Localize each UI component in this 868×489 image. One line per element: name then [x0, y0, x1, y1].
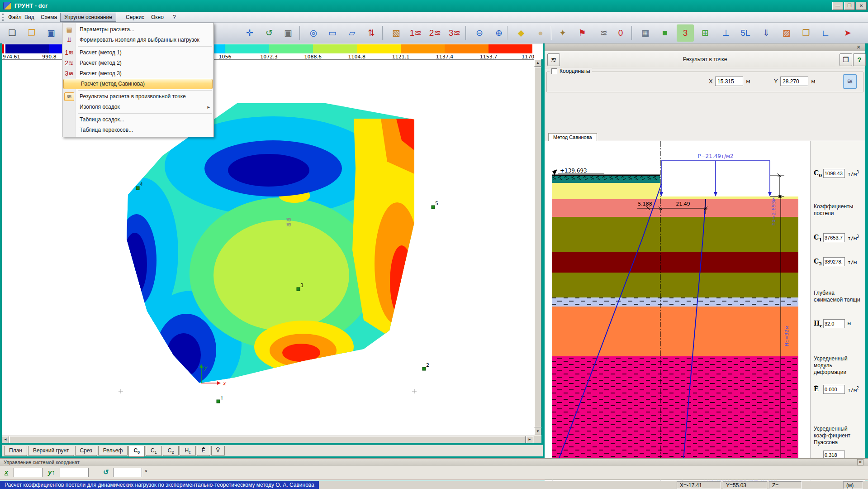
select-polygon-icon[interactable]: ▱: [343, 24, 360, 42]
menu-item-build-isofields[interactable]: ⇊ Формировать изополя для выбранных нагр…: [62, 35, 213, 45]
close-button[interactable]: ✕: [856, 2, 867, 10]
menu-item-calc-savinov[interactable]: Расчет (метод Савинова): [63, 79, 213, 89]
y-shift-input[interactable]: [60, 468, 89, 477]
results-table-icon[interactable]: ≋: [595, 24, 612, 42]
menu-scheme[interactable]: Схема: [37, 13, 61, 22]
view-tab-верхний-грунт[interactable]: Верхний грунт: [28, 446, 74, 456]
x-shift-input[interactable]: [14, 468, 43, 477]
point-marker-3: [297, 288, 300, 291]
toolbar-separator: [631, 26, 632, 40]
color-scale-segment: [445, 44, 489, 53]
scroll-up-button[interactable]: ▲: [534, 59, 541, 67]
coordinates-checkbox[interactable]: [551, 68, 557, 74]
view-tab-c1[interactable]: C1: [146, 446, 162, 456]
c1-value[interactable]: [823, 233, 845, 242]
submenu-arrow-icon: ▸: [207, 102, 210, 112]
scroll-right-button[interactable]: ►: [526, 436, 533, 443]
x-coord-input[interactable]: [715, 77, 743, 86]
menu-elastic-foundation[interactable]: Упругое основание: [60, 13, 116, 22]
point-marker-label: 4: [140, 182, 143, 187]
scroll-left-button[interactable]: ◄: [2, 436, 9, 443]
coordinate-system-dock-header: Управление системой координат ✕: [0, 458, 868, 466]
point-marker-label: 1: [220, 395, 223, 401]
terrain-model-icon[interactable]: ●: [532, 24, 549, 42]
rotate-view-icon[interactable]: ↺: [261, 24, 278, 42]
model-folder-icon[interactable]: ❐: [797, 24, 815, 42]
menu-item-results-at-point[interactable]: ≋ Результаты расчета в произвольной точк…: [62, 91, 213, 102]
select-rectangle-icon[interactable]: ▭: [324, 24, 341, 42]
menu-item-calc-method-3[interactable]: 3≋ Расчет (метод 3): [62, 68, 213, 79]
c2-value[interactable]: [823, 257, 845, 266]
isofields-mode-icon[interactable]: ▧: [388, 24, 405, 42]
open-folder-icon[interactable]: ❐: [23, 24, 40, 42]
toolbar-separator: [507, 26, 508, 40]
pick-point-toggle[interactable]: ≋: [843, 74, 857, 89]
maximize-button[interactable]: ❐: [844, 2, 855, 10]
mesh-grid-icon[interactable]: ▦: [637, 24, 654, 42]
dim-5188: 5.188: [638, 201, 652, 207]
menu-item-calc-params[interactable]: ▤ Параметры расчета...: [62, 24, 213, 35]
flag-marker-icon[interactable]: ⚑: [574, 24, 591, 42]
calc-method-3-icon[interactable]: 3≋: [446, 24, 463, 42]
menu-item-calc-method-2[interactable]: 2≋ Расчет (метод 2): [62, 58, 213, 68]
c0-value[interactable]: [823, 169, 845, 178]
y-coord-input[interactable]: [780, 77, 808, 86]
rotation-angle-input[interactable]: [113, 468, 142, 477]
menu-window[interactable]: Окно: [147, 13, 167, 22]
view-tab-c2[interactable]: C2: [163, 446, 179, 456]
view-tab-срез[interactable]: Срез: [75, 446, 97, 456]
x-coord-unit: м: [746, 78, 750, 85]
scroll-down-button[interactable]: ▼: [534, 428, 541, 435]
import-loads-icon[interactable]: ⇓: [758, 24, 775, 42]
menu-item-settlement-isofields[interactable]: Изополя осадок ▸: [62, 102, 213, 112]
sort-loads-icon[interactable]: ⇅: [363, 24, 380, 42]
view-3d-icon[interactable]: 3: [677, 24, 694, 42]
view-tab-рельеф[interactable]: Рельеф: [98, 446, 128, 456]
dock-close-icon[interactable]: ✕: [857, 459, 863, 465]
extrude-block-icon[interactable]: ⊞: [697, 24, 714, 42]
menu-help[interactable]: ?: [169, 13, 180, 22]
save-model-icon[interactable]: ▣: [43, 24, 60, 42]
menu-item-calc-method-1[interactable]: 1≋ Расчет (метод 1): [62, 48, 213, 58]
menu-item-skew-table[interactable]: Таблица перекосов...: [62, 125, 213, 135]
view-tab-ē[interactable]: Ē: [197, 446, 210, 456]
e-value[interactable]: [823, 385, 845, 394]
zero-level-icon[interactable]: 0: [612, 24, 629, 42]
insert-point-icon[interactable]: ✦: [554, 24, 571, 42]
help-button[interactable]: ?: [853, 53, 866, 66]
elastic-foundation-menu: ▤ Параметры расчета... ⇊ Формировать изо…: [62, 23, 214, 137]
material-tiles-icon[interactable]: ▨: [778, 24, 795, 42]
panel-close-icon[interactable]: ✕: [855, 44, 862, 50]
pan-view-icon[interactable]: ✛: [241, 24, 258, 42]
menu-service[interactable]: Сервис: [122, 13, 148, 22]
zoom-out-icon[interactable]: ⊖: [471, 24, 488, 42]
exit-module-icon[interactable]: ➤: [839, 24, 856, 42]
snapshot-icon[interactable]: ▣: [280, 24, 297, 42]
menu-view[interactable]: Вид: [21, 13, 38, 22]
horizontal-scrollbar[interactable]: ◄ ►: [2, 436, 534, 443]
view-tab-v̄[interactable]: V̄: [211, 446, 225, 456]
calc-method-1-icon[interactable]: 1≋: [407, 24, 424, 42]
menu-item-settlement-table[interactable]: Таблица осадок...: [62, 115, 213, 125]
calc-method-2-icon[interactable]: 2≋: [427, 24, 444, 42]
vertical-scrollbar[interactable]: ▲ ▼: [534, 59, 541, 436]
soil-layer-pattern: [552, 297, 798, 307]
new-document-icon[interactable]: ❏: [4, 24, 21, 42]
zoom-in-icon[interactable]: ⊕: [490, 24, 508, 42]
local-axes-icon[interactable]: ∟: [817, 24, 834, 42]
center-selection-icon[interactable]: ◎: [305, 24, 322, 42]
section-depth-icon[interactable]: ⊥: [717, 24, 735, 42]
hc-label: Hс=32м: [784, 326, 790, 346]
view-tab-hc[interactable]: Hc: [180, 446, 195, 456]
hc-value[interactable]: [823, 319, 845, 328]
layers-5l-icon[interactable]: 5L: [737, 24, 754, 42]
tab-savinov-method[interactable]: Метод Савинова: [548, 133, 597, 141]
plan-view-icon[interactable]: ■: [656, 24, 674, 42]
minimize-button[interactable]: —: [832, 2, 843, 10]
snapshot-button[interactable]: ❒: [840, 53, 852, 66]
horizontal-scroll-thumb[interactable]: [9, 436, 526, 443]
solid-model-icon[interactable]: ◆: [512, 24, 530, 42]
view-tab-план[interactable]: План: [4, 446, 27, 456]
view-tab-c0[interactable]: C0: [128, 446, 145, 457]
vertical-scroll-thumb[interactable]: [534, 67, 541, 427]
